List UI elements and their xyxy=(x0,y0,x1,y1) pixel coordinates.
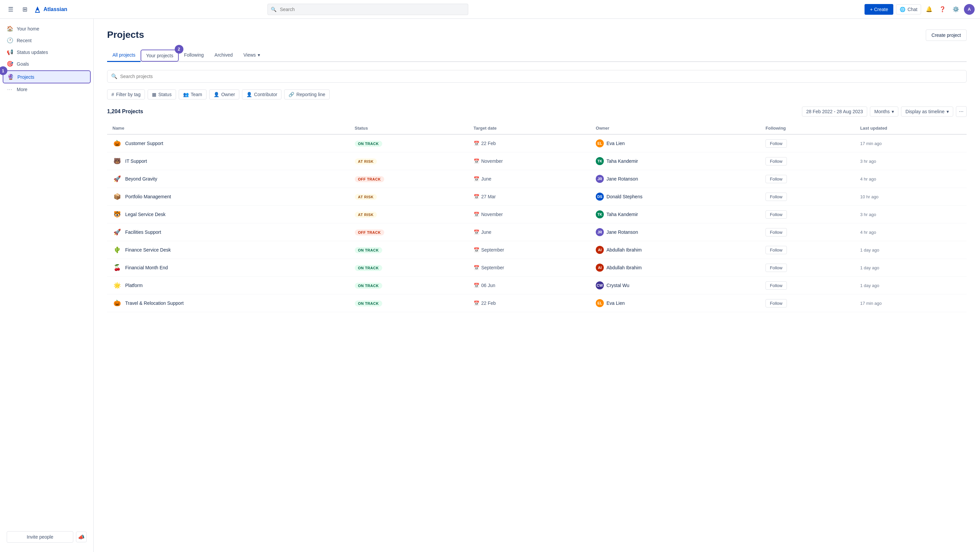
project-name[interactable]: Beyond Gravity xyxy=(125,176,157,182)
main-content: Projects Create project All projects2You… xyxy=(94,19,980,552)
sidebar-item-your-home[interactable]: 🏠Your home xyxy=(0,23,93,35)
last-updated-value: 3 hr ago xyxy=(860,159,876,164)
owner-legal-service-desk: TKTaha Kandemir xyxy=(590,206,760,223)
status-updates-icon: 📢 xyxy=(7,49,13,55)
filter-team-button[interactable]: 👥Team xyxy=(179,89,207,99)
notifications-button[interactable]: 🔔 xyxy=(924,4,934,15)
follow-button[interactable]: Follow xyxy=(765,139,787,148)
sidebar-item-goals[interactable]: 🎯Goals xyxy=(0,58,93,70)
filter-filter-by-tag-button[interactable]: #Filter by tag xyxy=(107,89,145,99)
top-navigation: ☰ ⊞ Atlassian 🔍 + Create 🌐 Chat 🔔 ❓ ⚙️ A xyxy=(0,0,980,19)
goals-icon: 🎯 xyxy=(7,61,13,67)
chat-button[interactable]: 🌐 Chat xyxy=(896,4,921,14)
project-name[interactable]: Legal Service Desk xyxy=(125,212,165,217)
table-row[interactable]: 🌟PlatformON TRACK📅06 JunCWCrystal WuFoll… xyxy=(107,277,967,294)
target-date-value: November xyxy=(481,212,503,217)
sidebar-item-projects[interactable]: 🔮Projects xyxy=(3,70,91,83)
display-dropdown[interactable]: Display as timeline ▾ xyxy=(901,107,953,116)
status-badge: ON TRACK xyxy=(355,265,382,271)
filter-reporting-line-button[interactable]: 🔗Reporting line xyxy=(284,89,329,99)
sidebar-item-status-updates[interactable]: 📢Status updates xyxy=(0,46,93,58)
tab-your-projects[interactable]: Your projects xyxy=(141,49,178,62)
project-emoji: 🐻 xyxy=(113,156,122,166)
project-name[interactable]: Platform xyxy=(125,283,143,288)
filter-owner-button[interactable]: 👤Owner xyxy=(209,89,239,99)
tab-all-projects[interactable]: All projects xyxy=(107,49,141,62)
create-button[interactable]: + Create xyxy=(864,4,893,15)
owner-avatar: TK xyxy=(596,211,604,219)
announcements-button[interactable]: 📣 xyxy=(76,531,87,542)
target-date-value: 06 Jun xyxy=(481,283,495,288)
tab-views[interactable]: Views▾ xyxy=(238,49,266,62)
owner-avatar: AI xyxy=(596,263,604,272)
owner-avatar: AI xyxy=(596,246,604,254)
table-row[interactable]: 🍒Financial Month EndON TRACK📅SeptemberAI… xyxy=(107,259,967,277)
project-status-it-support: AT RISK xyxy=(349,152,468,170)
column-header-following: Following xyxy=(760,122,855,134)
create-project-button[interactable]: Create project xyxy=(926,29,967,41)
apps-button[interactable]: ⊞ xyxy=(19,4,30,15)
topnav-left: ☰ ⊞ Atlassian xyxy=(5,4,67,15)
follow-button[interactable]: Follow xyxy=(765,175,787,183)
follow-travel-relocation: Follow xyxy=(760,294,855,312)
table-row[interactable]: 🎃Travel & Relocation SupportON TRACK📅22 … xyxy=(107,294,967,312)
follow-button[interactable]: Follow xyxy=(765,228,787,236)
last-updated-value: 3 hr ago xyxy=(860,212,876,217)
table-row[interactable]: 🚀Beyond GravityOFF TRACK📅JuneJRJane Rota… xyxy=(107,170,967,188)
follow-button[interactable]: Follow xyxy=(765,246,787,254)
follow-button[interactable]: Follow xyxy=(765,281,787,290)
sidebar-item-recent[interactable]: 🕐Recent xyxy=(0,35,93,46)
follow-button[interactable]: Follow xyxy=(765,193,787,201)
project-name[interactable]: Portfolio Management xyxy=(125,194,171,199)
tab-following[interactable]: Following xyxy=(179,49,209,62)
help-button[interactable]: ❓ xyxy=(937,4,948,15)
page-header: Projects Create project xyxy=(107,29,967,41)
user-avatar[interactable]: A xyxy=(964,4,975,15)
views-chevron-icon: ▾ xyxy=(258,52,260,57)
table-row[interactable]: 🐻IT SupportAT RISK📅NovemberTKTaha Kandem… xyxy=(107,152,967,170)
calendar-icon: 📅 xyxy=(474,194,479,199)
atlassian-logo[interactable]: Atlassian xyxy=(33,5,67,13)
sidebar-toggle-button[interactable]: ☰ xyxy=(5,4,16,15)
global-search-input[interactable] xyxy=(267,4,468,15)
project-status-financial-month-end: ON TRACK xyxy=(349,259,468,277)
project-name[interactable]: Customer Support xyxy=(125,141,163,146)
tab-archived[interactable]: Archived xyxy=(209,49,238,62)
column-header-status: Status xyxy=(349,122,468,134)
filter-contributor-button[interactable]: 👤Contributor xyxy=(242,89,282,99)
more-options-button[interactable]: ··· xyxy=(956,106,967,117)
calendar-icon: 📅 xyxy=(474,176,479,182)
target-date-value: 22 Feb xyxy=(481,141,496,146)
filter-status-button[interactable]: ▦Status xyxy=(148,89,176,99)
follow-button[interactable]: Follow xyxy=(765,263,787,272)
table-row[interactable]: 🚀Facilities SupportOFF TRACK📅JuneJRJane … xyxy=(107,223,967,241)
follow-button[interactable]: Follow xyxy=(765,157,787,166)
search-projects-input[interactable] xyxy=(107,70,967,83)
owner-name: Eva Lien xyxy=(606,141,625,146)
follow-button[interactable]: Follow xyxy=(765,299,787,308)
settings-button[interactable]: ⚙️ xyxy=(951,4,961,15)
projects-table: NameStatusTarget dateOwnerFollowingLast … xyxy=(107,122,967,312)
follow-button[interactable]: Follow xyxy=(765,211,787,219)
table-row[interactable]: 🎃Customer SupportON TRACK📅22 FebELEva Li… xyxy=(107,134,967,152)
invite-people-button[interactable]: Invite people xyxy=(7,531,73,542)
topnav-right: + Create 🌐 Chat 🔔 ❓ ⚙️ A xyxy=(864,4,975,15)
project-name[interactable]: IT Support xyxy=(125,158,147,164)
table-row[interactable]: 📦Portfolio ManagementAT RISK📅27 MarDSDon… xyxy=(107,188,967,206)
last-updated-value: 10 hr ago xyxy=(860,194,878,199)
project-name[interactable]: Travel & Relocation Support xyxy=(125,300,184,306)
table-row[interactable]: 🐯Legal Service DeskAT RISK📅NovemberTKTah… xyxy=(107,206,967,223)
last-updated-finance-service-desk: 1 day ago xyxy=(855,241,967,259)
project-name[interactable]: Facilities Support xyxy=(125,230,161,235)
project-name-cell-it-support: 🐻IT Support xyxy=(107,152,349,170)
calendar-icon: 📅 xyxy=(474,300,479,306)
table-row[interactable]: 🌵Finance Service DeskON TRACK📅SeptemberA… xyxy=(107,241,967,259)
sidebar-item-more[interactable]: ···More xyxy=(0,84,93,95)
table-header: NameStatusTarget dateOwnerFollowingLast … xyxy=(107,122,967,134)
project-name[interactable]: Finance Service Desk xyxy=(125,247,171,252)
follow-customer-support: Follow xyxy=(760,134,855,152)
owner-customer-support: ELEva Lien xyxy=(590,134,760,152)
months-dropdown[interactable]: Months ▾ xyxy=(870,107,898,116)
project-name[interactable]: Financial Month End xyxy=(125,265,168,270)
search-projects: 🔍 xyxy=(107,70,967,83)
